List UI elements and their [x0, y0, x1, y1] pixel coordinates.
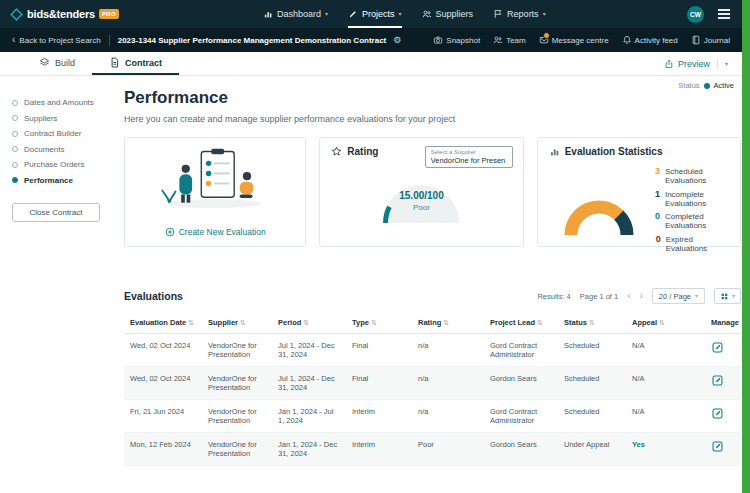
sidebar-item-performance[interactable]: Performance [12, 176, 116, 185]
chevron-down-icon: ▾ [325, 11, 328, 17]
legend-count: 0 [655, 234, 661, 244]
top-navbar: bids&tenders PRO Dashboard ▾ Projects ▾ … [0, 0, 742, 28]
rating-gauge: 15.00/100 Poor [366, 173, 476, 225]
sidebar-item-purchase-orders[interactable]: Purchase Orders [12, 160, 116, 169]
col-supplier[interactable]: Supplier⇅ [202, 312, 272, 334]
step-label: Purchase Orders [24, 160, 84, 169]
create-evaluation-card: Create New Evaluation [124, 137, 306, 247]
contract-stepper: Dates and Amounts Suppliers Contract Bui… [12, 98, 116, 222]
col-type[interactable]: Type⇅ [346, 312, 412, 334]
step-label: Suppliers [24, 114, 57, 123]
context-actions: Snapshot Team Message centre Activity fe… [433, 35, 730, 45]
tab-bar: Build Contract Preview ▾ [0, 52, 742, 76]
message-centre-button[interactable]: Message centre [539, 35, 609, 45]
gear-icon[interactable]: ⚙ [393, 35, 401, 45]
chevron-down-icon[interactable]: ▾ [725, 61, 728, 67]
activity-feed-button[interactable]: Activity feed [622, 35, 678, 45]
team-button[interactable]: Team [493, 35, 526, 45]
edit-evaluation-icon[interactable] [711, 440, 724, 453]
sidebar-item-suppliers[interactable]: Suppliers [12, 114, 116, 123]
nav-reports-label: Reports [507, 9, 539, 19]
tab-build[interactable]: Build [22, 52, 92, 75]
nav-projects[interactable]: Projects ▾ [348, 0, 402, 28]
prev-page-icon[interactable]: ‹ [627, 291, 630, 301]
edit-evaluation-icon[interactable] [711, 374, 724, 387]
cell-appeal: N/A [626, 400, 705, 433]
edit-evaluation-icon[interactable] [711, 407, 724, 420]
edit-evaluation-icon[interactable] [711, 341, 724, 354]
sort-icon: ⇅ [659, 319, 665, 326]
nav-reports[interactable]: Reports ▾ [493, 0, 546, 28]
brand-logo[interactable]: bids&tenders PRO [0, 8, 119, 21]
activity-feed-label: Activity feed [635, 36, 678, 45]
nav-dashboard[interactable]: Dashboard ▾ [263, 0, 328, 28]
avatar[interactable]: CW [687, 6, 704, 23]
view-options-button[interactable]: ▾ [714, 288, 741, 304]
preview-button[interactable]: Preview [664, 59, 710, 69]
cell-status: Under Appeal [558, 433, 626, 466]
table-row: Mon, 12 Feb 2024 VendorOne for Presentat… [124, 433, 741, 466]
legend-expired: 0Expired Evaluations [655, 234, 727, 253]
create-new-evaluation-link[interactable]: Create New Evaluation [165, 227, 266, 237]
legend-label: Expired Evaluations [666, 235, 727, 253]
camera-icon [433, 35, 443, 45]
step-dot [12, 131, 18, 137]
sidebar-item-dates-and-amounts[interactable]: Dates and Amounts [12, 98, 116, 107]
cell-date: Wed, 02 Oct 2024 [124, 367, 202, 400]
table-header-row: Evaluation Date⇅ Supplier⇅ Period⇅ Type⇅… [124, 312, 741, 334]
sidebar-item-documents[interactable]: Documents [12, 145, 116, 154]
summary-cards: Create New Evaluation Rating Select a Su… [124, 137, 741, 247]
tab-contract[interactable]: Contract [92, 52, 179, 75]
share-icon [664, 59, 674, 69]
col-status[interactable]: Status⇅ [558, 312, 626, 334]
back-to-project-search[interactable]: ‹ Back to Project Search [12, 35, 101, 45]
sort-icon: ⇅ [537, 319, 543, 326]
col-evaluation-date[interactable]: Evaluation Date⇅ [124, 312, 202, 334]
nav-projects-label: Projects [362, 9, 395, 19]
rating-score: 15.00/100 [366, 190, 476, 201]
snapshot-button[interactable]: Snapshot [433, 35, 480, 45]
page-size-select[interactable]: 20 / Page ▾ [652, 288, 705, 304]
legend-count: 0 [655, 211, 660, 221]
step-dot [12, 115, 18, 121]
divider [109, 35, 110, 46]
sidebar-item-contract-builder[interactable]: Contract Builder [12, 129, 116, 138]
menu-icon[interactable] [718, 9, 730, 19]
next-page-icon[interactable]: › [640, 291, 643, 301]
stats-body: 3Scheduled Evaluations 1Incomplete Evalu… [549, 166, 729, 256]
chevron-down-icon: ▾ [399, 11, 402, 17]
bell-icon [622, 35, 632, 45]
stats-card-header: Evaluation Statistics [549, 146, 729, 157]
tab-contract-label: Contract [125, 58, 162, 68]
bar-chart-icon [549, 146, 560, 157]
col-period[interactable]: Period⇅ [272, 312, 346, 334]
close-contract-button[interactable]: Close Contract [12, 203, 100, 222]
evaluations-header: Evaluations Results: 4 Page 1 of 1 ‹ › 2… [124, 288, 741, 304]
page-indicator: Page 1 of 1 [580, 292, 618, 301]
step-label: Contract Builder [24, 129, 81, 138]
journal-button[interactable]: Journal [691, 35, 730, 45]
col-project-lead[interactable]: Project Lead⇅ [484, 312, 558, 334]
page-subtitle: Here you can create and manage supplier … [124, 114, 741, 124]
nav-suppliers[interactable]: Suppliers [422, 0, 474, 28]
evaluations-section: Evaluations Results: 4 Page 1 of 1 ‹ › 2… [124, 288, 741, 466]
cell-lead: Gord Contract Administrator [484, 400, 558, 433]
stats-title: Evaluation Statistics [565, 146, 663, 157]
plus-circle-icon [165, 227, 175, 237]
supplier-select[interactable]: Select a Supplier VendorOne for Presen ▾ [425, 146, 513, 168]
table-row: Wed, 02 Oct 2024 VendorOne for Presentat… [124, 334, 741, 367]
cell-lead: Gord Contract Administrator [484, 334, 558, 367]
flag-icon [493, 9, 503, 19]
cell-type: Final [346, 367, 412, 400]
step-dot [12, 162, 18, 168]
chevron-left-icon: ‹ [12, 35, 15, 45]
cell-appeal-yes-link[interactable]: Yes [626, 433, 705, 466]
legend-count: 3 [655, 166, 660, 176]
brand-logo-icon [10, 8, 23, 21]
tab-bar-right: Preview ▾ [664, 52, 742, 75]
legend-scheduled: 3Scheduled Evaluations [655, 166, 727, 185]
cell-period: Jan 1, 2024 - Jul 1, 2024 [272, 400, 346, 433]
col-appeal[interactable]: Appeal⇅ [626, 312, 705, 334]
col-rating[interactable]: Rating⇅ [412, 312, 484, 334]
nav-dashboard-label: Dashboard [277, 9, 321, 19]
